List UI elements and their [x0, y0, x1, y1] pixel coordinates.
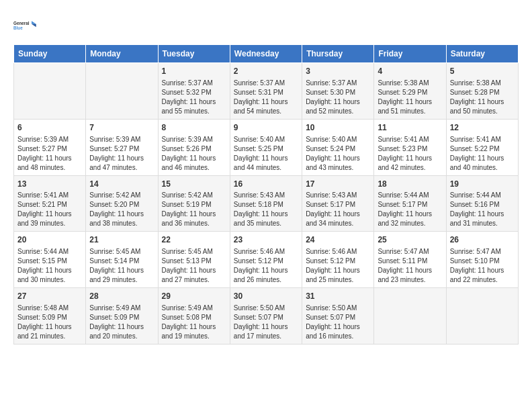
col-header-friday: Friday: [374, 45, 446, 63]
day-number: 31: [306, 291, 370, 302]
day-number: 18: [378, 179, 442, 190]
cell-info: Sunrise: 5:46 AM Sunset: 5:12 PM Dayligh…: [306, 247, 370, 285]
cell-info: Sunrise: 5:45 AM Sunset: 5:14 PM Dayligh…: [89, 247, 154, 285]
calendar-cell: 7Sunrise: 5:39 AM Sunset: 5:27 PM Daylig…: [86, 119, 158, 175]
cell-info: Sunrise: 5:49 AM Sunset: 5:08 PM Dayligh…: [162, 304, 226, 341]
week-row-4: 27Sunrise: 5:48 AM Sunset: 5:09 PM Dayli…: [14, 288, 519, 345]
cell-info: Sunrise: 5:43 AM Sunset: 5:18 PM Dayligh…: [234, 191, 298, 228]
calendar-cell: 10Sunrise: 5:40 AM Sunset: 5:24 PM Dayli…: [302, 119, 374, 175]
cell-info: Sunrise: 5:46 AM Sunset: 5:12 PM Dayligh…: [234, 247, 298, 285]
calendar-cell: 26Sunrise: 5:47 AM Sunset: 5:10 PM Dayli…: [446, 232, 518, 288]
day-number: 28: [89, 291, 154, 302]
calendar-cell: 1Sunrise: 5:37 AM Sunset: 5:32 PM Daylig…: [158, 63, 230, 120]
calendar-cell: 8Sunrise: 5:39 AM Sunset: 5:26 PM Daylig…: [158, 119, 230, 175]
calendar-cell: 17Sunrise: 5:43 AM Sunset: 5:17 PM Dayli…: [302, 175, 374, 232]
cell-info: Sunrise: 5:40 AM Sunset: 5:24 PM Dayligh…: [306, 135, 370, 173]
col-header-sunday: Sunday: [14, 45, 86, 63]
day-number: 25: [378, 234, 442, 246]
calendar-cell: 21Sunrise: 5:45 AM Sunset: 5:14 PM Dayli…: [86, 232, 158, 288]
cell-info: Sunrise: 5:50 AM Sunset: 5:07 PM Dayligh…: [234, 304, 298, 341]
day-number: 2: [234, 66, 298, 77]
header-row: SundayMondayTuesdayWednesdayThursdayFrid…: [14, 45, 519, 63]
calendar-cell: 2Sunrise: 5:37 AM Sunset: 5:31 PM Daylig…: [230, 63, 302, 120]
calendar-cell: 13Sunrise: 5:41 AM Sunset: 5:21 PM Dayli…: [14, 175, 86, 232]
calendar-cell: 30Sunrise: 5:50 AM Sunset: 5:07 PM Dayli…: [230, 288, 302, 345]
calendar-cell: 16Sunrise: 5:43 AM Sunset: 5:18 PM Dayli…: [230, 175, 302, 232]
calendar-body: 1Sunrise: 5:37 AM Sunset: 5:32 PM Daylig…: [14, 63, 519, 345]
calendar-cell: 23Sunrise: 5:46 AM Sunset: 5:12 PM Dayli…: [230, 232, 302, 288]
calendar-cell: 24Sunrise: 5:46 AM Sunset: 5:12 PM Dayli…: [302, 232, 374, 288]
day-number: 27: [17, 291, 82, 302]
day-number: 29: [162, 291, 226, 302]
svg-text:General: General: [13, 21, 30, 26]
cell-info: Sunrise: 5:44 AM Sunset: 5:15 PM Dayligh…: [17, 247, 82, 285]
day-number: 8: [162, 122, 226, 134]
day-number: 3: [306, 66, 370, 77]
cell-info: Sunrise: 5:48 AM Sunset: 5:09 PM Dayligh…: [17, 304, 82, 341]
cell-info: Sunrise: 5:41 AM Sunset: 5:22 PM Dayligh…: [450, 135, 515, 173]
cell-info: Sunrise: 5:43 AM Sunset: 5:17 PM Dayligh…: [306, 191, 370, 228]
cell-info: Sunrise: 5:38 AM Sunset: 5:29 PM Dayligh…: [378, 79, 442, 116]
calendar-cell: 12Sunrise: 5:41 AM Sunset: 5:22 PM Dayli…: [446, 119, 518, 175]
col-header-monday: Monday: [86, 45, 158, 63]
cell-info: Sunrise: 5:42 AM Sunset: 5:20 PM Dayligh…: [89, 191, 154, 228]
calendar-cell: 28Sunrise: 5:49 AM Sunset: 5:09 PM Dayli…: [86, 288, 158, 345]
day-number: 26: [450, 234, 515, 246]
calendar-cell: [374, 288, 446, 345]
col-header-saturday: Saturday: [446, 45, 518, 63]
day-number: 16: [234, 179, 298, 190]
cell-info: Sunrise: 5:40 AM Sunset: 5:25 PM Dayligh…: [234, 135, 298, 173]
cell-info: Sunrise: 5:50 AM Sunset: 5:07 PM Dayligh…: [306, 304, 370, 341]
svg-marker-3: [32, 24, 36, 28]
cell-info: Sunrise: 5:44 AM Sunset: 5:17 PM Dayligh…: [378, 191, 442, 228]
svg-text:Blue: Blue: [13, 26, 23, 30]
day-number: 12: [450, 122, 515, 134]
day-number: 14: [89, 179, 154, 190]
calendar-cell: 27Sunrise: 5:48 AM Sunset: 5:09 PM Dayli…: [14, 288, 86, 345]
cell-info: Sunrise: 5:41 AM Sunset: 5:23 PM Dayligh…: [378, 135, 442, 173]
day-number: 13: [17, 179, 82, 190]
cell-info: Sunrise: 5:45 AM Sunset: 5:13 PM Dayligh…: [162, 247, 226, 285]
day-number: 11: [378, 122, 442, 134]
calendar-cell: 18Sunrise: 5:44 AM Sunset: 5:17 PM Dayli…: [374, 175, 446, 232]
cell-info: Sunrise: 5:42 AM Sunset: 5:19 PM Dayligh…: [162, 191, 226, 228]
calendar-cell: 20Sunrise: 5:44 AM Sunset: 5:15 PM Dayli…: [14, 232, 86, 288]
day-number: 19: [450, 179, 515, 190]
day-number: 1: [162, 66, 226, 77]
day-number: 15: [162, 179, 226, 190]
col-header-thursday: Thursday: [302, 45, 374, 63]
day-number: 22: [162, 234, 226, 246]
day-number: 24: [306, 234, 370, 246]
cell-info: Sunrise: 5:38 AM Sunset: 5:28 PM Dayligh…: [450, 79, 515, 116]
calendar-cell: 3Sunrise: 5:37 AM Sunset: 5:30 PM Daylig…: [302, 63, 374, 120]
calendar-cell: [14, 63, 86, 120]
cell-info: Sunrise: 5:37 AM Sunset: 5:32 PM Dayligh…: [162, 79, 226, 116]
cell-info: Sunrise: 5:39 AM Sunset: 5:27 PM Dayligh…: [17, 135, 82, 173]
day-number: 21: [89, 234, 154, 246]
day-number: 6: [17, 122, 82, 134]
cell-info: Sunrise: 5:44 AM Sunset: 5:16 PM Dayligh…: [450, 191, 515, 228]
calendar-cell: 25Sunrise: 5:47 AM Sunset: 5:11 PM Dayli…: [374, 232, 446, 288]
day-number: 7: [89, 122, 154, 134]
calendar-cell: 19Sunrise: 5:44 AM Sunset: 5:16 PM Dayli…: [446, 175, 518, 232]
calendar-cell: 9Sunrise: 5:40 AM Sunset: 5:25 PM Daylig…: [230, 119, 302, 175]
week-row-2: 13Sunrise: 5:41 AM Sunset: 5:21 PM Dayli…: [14, 175, 519, 232]
cell-info: Sunrise: 5:37 AM Sunset: 5:30 PM Dayligh…: [306, 79, 370, 116]
logo-icon: GeneralBlue: [13, 13, 38, 38]
calendar-cell: 15Sunrise: 5:42 AM Sunset: 5:19 PM Dayli…: [158, 175, 230, 232]
logo: GeneralBlue: [13, 13, 38, 38]
calendar-cell: 14Sunrise: 5:42 AM Sunset: 5:20 PM Dayli…: [86, 175, 158, 232]
calendar-cell: 5Sunrise: 5:38 AM Sunset: 5:28 PM Daylig…: [446, 63, 518, 120]
day-number: 4: [378, 66, 442, 77]
calendar-cell: 6Sunrise: 5:39 AM Sunset: 5:27 PM Daylig…: [14, 119, 86, 175]
calendar-header: SundayMondayTuesdayWednesdayThursdayFrid…: [14, 45, 519, 63]
svg-marker-2: [32, 21, 36, 24]
calendar-cell: 31Sunrise: 5:50 AM Sunset: 5:07 PM Dayli…: [302, 288, 374, 345]
day-number: 5: [450, 66, 515, 77]
page-header: GeneralBlue: [13, 13, 519, 38]
day-number: 30: [234, 291, 298, 302]
week-row-0: 1Sunrise: 5:37 AM Sunset: 5:32 PM Daylig…: [14, 63, 519, 120]
day-number: 23: [234, 234, 298, 246]
cell-info: Sunrise: 5:39 AM Sunset: 5:27 PM Dayligh…: [89, 135, 154, 173]
calendar-cell: 22Sunrise: 5:45 AM Sunset: 5:13 PM Dayli…: [158, 232, 230, 288]
